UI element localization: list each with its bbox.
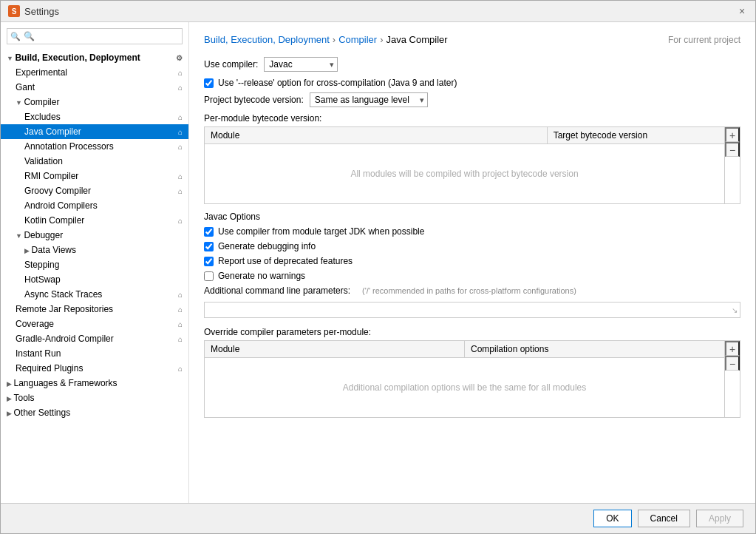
sidebar-item-label: Languages & Frameworks [7, 378, 183, 388]
sidebar-item-label: Experimental [16, 67, 175, 78]
sidebar-item-tools[interactable]: Tools [1, 391, 188, 405]
additional-params-input[interactable] [204, 302, 740, 318]
module-remove-button[interactable]: − [725, 142, 740, 157]
override-remove-button[interactable]: − [725, 356, 740, 371]
project-bytecode-row: Project bytecode version: Same as langua… [204, 92, 740, 107]
release-option-row: Use '--release' option for cross-compila… [204, 78, 740, 88]
sidebar-item-label: Tools [7, 393, 183, 403]
sidebar-item-coverage[interactable]: Coverage ⌂ [1, 317, 188, 331]
sidebar-item-label: Async Stack Traces [24, 289, 175, 300]
bytecode-col-header: Target bytecode version [548, 127, 724, 143]
sidebar-item-stepping[interactable]: Stepping [1, 257, 188, 272]
sidebar-item-label: Groovy Compiler [24, 186, 175, 196]
search-icon: 🔍 [10, 32, 21, 41]
project-bytecode-label: Project bytecode version: [204, 95, 304, 105]
javac-checkbox-input-0[interactable] [204, 227, 214, 237]
sidebar-item-label: Data Views [24, 245, 183, 255]
sidebar-item-annotation-processors[interactable]: Annotation Processors ⌂ [1, 139, 188, 154]
sidebar-item-label: Java Compiler [24, 126, 175, 137]
sidebar-item-label: Android Compilers [24, 200, 183, 211]
override-label-row: Override compiler parameters per-module: [204, 327, 740, 337]
compiler-select-wrapper[interactable]: Javac Eclipse Ajc [264, 57, 338, 72]
breadcrumb-part1: Build, Execution, Deployment [204, 34, 330, 45]
javac-checkbox-input-2[interactable] [204, 257, 214, 266]
sidebar-item-data-views[interactable]: Data Views [1, 243, 188, 257]
sidebar-plugins-icon: ⌂ [178, 365, 183, 373]
search-box[interactable]: 🔍 [7, 28, 183, 44]
use-compiler-row: Use compiler: Javac Eclipse Ajc [204, 57, 740, 72]
sidebar-item-remote-jar-repositories[interactable]: Remote Jar Repositories ⌂ [1, 302, 188, 317]
sidebar-item-compiler[interactable]: Compiler [1, 95, 188, 109]
sidebar-item-excludes[interactable]: Excludes ⌂ [1, 109, 188, 124]
sidebar-item-kotlin-compiler[interactable]: Kotlin Compiler ⌂ [1, 213, 188, 228]
override-table-main: Module Compilation options Additional co… [204, 340, 725, 418]
sidebar-item-label: Excludes [24, 112, 175, 122]
override-table-empty-text: Additional compilation options will be t… [343, 382, 587, 393]
main-content: Build, Execution, Deployment › Compiler … [189, 22, 755, 503]
module-table-main: Module Target bytecode version All modul… [204, 126, 725, 204]
override-add-button[interactable]: + [725, 341, 740, 356]
sidebar-item-label: Remote Jar Repositories [16, 304, 175, 314]
release-option-checkbox[interactable] [204, 78, 214, 88]
sidebar-item-validation[interactable]: Validation [1, 154, 188, 169]
module-table: Module Target bytecode version All modul… [204, 126, 740, 204]
sidebar-annotation-icon: ⌂ [178, 143, 183, 151]
module-add-button[interactable]: + [725, 127, 740, 142]
override-options-col-header: Compilation options [465, 341, 724, 357]
sidebar-item-debugger[interactable]: Debugger [1, 228, 188, 243]
sidebar-arrow-icon: ⌂ [178, 69, 183, 77]
use-compiler-label: Use compiler: [204, 59, 258, 70]
close-button[interactable]: × [736, 5, 748, 17]
sidebar-item-android-compilers[interactable]: Android Compilers [1, 198, 188, 213]
search-input[interactable] [7, 28, 183, 44]
sidebar-item-rmi-compiler[interactable]: RMI Compiler ⌂ [1, 169, 188, 183]
breadcrumb: Build, Execution, Deployment › Compiler … [204, 34, 740, 45]
sidebar-excludes-icon: ⌂ [178, 113, 183, 121]
params-resize-icon: ↘ [732, 306, 738, 314]
bytecode-select[interactable]: Same as language level [310, 92, 428, 107]
sidebar-item-languages-frameworks[interactable]: Languages & Frameworks [1, 376, 188, 391]
additional-params-row: Additional command line parameters: ('/'… [204, 285, 740, 296]
sidebar-gradle-icon: ⌂ [178, 335, 183, 343]
sidebar-item-label: Other Settings [7, 408, 183, 418]
sidebar-item-label: RMI Compiler [24, 171, 175, 181]
override-table-actions: + − [725, 340, 740, 418]
sidebar-item-label: Kotlin Compiler [24, 215, 175, 226]
sidebar-settings-icon: ⚙ [176, 54, 183, 62]
javac-checkbox-2: Report use of deprecated features [204, 256, 740, 266]
bytecode-select-wrapper[interactable]: Same as language level [310, 92, 428, 107]
sidebar-item-groovy-compiler[interactable]: Groovy Compiler ⌂ [1, 183, 188, 198]
javac-checkbox-0: Use compiler from module target JDK when… [204, 226, 740, 237]
sidebar-item-label: Gradle-Android Compiler [16, 334, 175, 344]
javac-checkbox-label-3: Generate no warnings [218, 271, 305, 281]
sidebar-item-gradle-android-compiler[interactable]: Gradle-Android Compiler ⌂ [1, 331, 188, 346]
sidebar-coverage-icon: ⌂ [178, 320, 183, 328]
sidebar-item-java-compiler[interactable]: Java Compiler ⌂ [1, 124, 188, 139]
sidebar-item-build-execution-deployment[interactable]: Build, Execution, Deployment ⚙ [1, 50, 188, 65]
cancel-button[interactable]: Cancel [638, 510, 690, 527]
sidebar-item-experimental[interactable]: Experimental ⌂ [1, 65, 188, 80]
sidebar-item-required-plugins[interactable]: Required Plugins ⌂ [1, 361, 188, 376]
javac-checkbox-input-3[interactable] [204, 271, 214, 281]
sidebar-item-other-settings[interactable]: Other Settings [1, 405, 188, 420]
sidebar-item-hotswap[interactable]: HotSwap [1, 272, 188, 287]
module-table-header: Module Target bytecode version [205, 127, 724, 144]
ok-button[interactable]: OK [593, 510, 631, 527]
sidebar-gant-icon: ⌂ [178, 84, 183, 92]
javac-checkbox-input-1[interactable] [204, 242, 214, 251]
sidebar-kotlin-icon: ⌂ [178, 217, 183, 225]
sidebar-groovy-icon: ⌂ [178, 187, 183, 195]
breadcrumb-part3: Java Compiler [386, 34, 448, 45]
sidebar-item-instant-run[interactable]: Instant Run [1, 346, 188, 361]
javac-checkbox-3: Generate no warnings [204, 271, 740, 281]
additional-params-note: ('/' recommended in paths for cross-plat… [362, 286, 576, 295]
sidebar-item-async-stack-traces[interactable]: Async Stack Traces ⌂ [1, 287, 188, 302]
override-module-col-header: Module [205, 341, 465, 357]
compiler-select[interactable]: Javac Eclipse Ajc [264, 57, 338, 72]
override-table: Module Compilation options Additional co… [204, 340, 740, 418]
sidebar-item-gant[interactable]: Gant ⌂ [1, 80, 188, 95]
breadcrumb-sep1: › [333, 34, 336, 45]
apply-button[interactable]: Apply [696, 510, 743, 527]
javac-options-section: Javac Options [204, 212, 740, 222]
sidebar: 🔍 Build, Execution, Deployment ⚙ Experim… [1, 22, 189, 503]
